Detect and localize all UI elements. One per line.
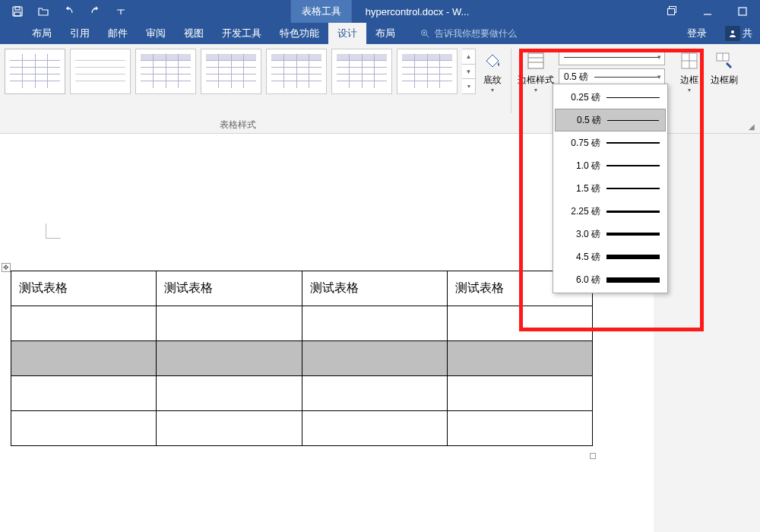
- table-cell[interactable]: 测试表格: [11, 271, 157, 306]
- table-cell[interactable]: [447, 306, 592, 341]
- tab-layout-1[interactable]: 布局: [23, 23, 61, 44]
- undo-button[interactable]: [56, 0, 82, 23]
- pen-style-dropdown[interactable]: [559, 49, 665, 65]
- table-styles-group: ▲▼▾ 表格样式: [0, 44, 476, 133]
- tab-review[interactable]: 审阅: [137, 23, 175, 44]
- tab-references[interactable]: 引用: [61, 23, 99, 44]
- chevron-down-icon: ▾: [491, 87, 494, 93]
- tab-mailings[interactable]: 邮件: [99, 23, 137, 44]
- border-painter-button[interactable]: 边框刷: [706, 44, 743, 114]
- table-cell[interactable]: [11, 376, 157, 411]
- borders-button[interactable]: 边框 ▾: [673, 44, 706, 114]
- dialog-launcher[interactable]: ◢: [746, 121, 757, 131]
- table-cell[interactable]: [447, 411, 592, 446]
- table-cell[interactable]: [11, 341, 157, 376]
- pen-weight-option[interactable]: 3.0 磅: [555, 223, 666, 245]
- table-cell[interactable]: [157, 341, 302, 376]
- table-style-thumb[interactable]: [397, 49, 458, 94]
- document-title: hypercontrol.docx - W...: [352, 6, 470, 17]
- qat-customize-button[interactable]: [108, 0, 134, 23]
- document-table[interactable]: 测试表格测试表格测试表格测试表格: [11, 271, 593, 446]
- redo-button[interactable]: [82, 0, 108, 23]
- borders-icon: [677, 49, 701, 73]
- tab-layout-2[interactable]: 布局: [366, 23, 404, 44]
- margin-corner: [46, 223, 61, 239]
- table-cell[interactable]: [157, 411, 302, 446]
- share-button[interactable]: 共: [714, 23, 760, 44]
- table-resize-handle[interactable]: [590, 453, 596, 459]
- table-row[interactable]: [11, 411, 593, 446]
- pen-weight-option-label: 0.75 磅: [561, 137, 600, 150]
- table-style-thumb[interactable]: [331, 49, 392, 94]
- pen-weight-option-line: [606, 165, 660, 166]
- group-label-table-styles: 表格样式: [0, 116, 476, 133]
- svg-rect-2: [14, 12, 21, 16]
- pen-weight-option[interactable]: 1.5 磅: [555, 177, 666, 200]
- pen-weight-option[interactable]: 2.25 磅: [555, 200, 666, 223]
- table-cell[interactable]: [302, 376, 447, 411]
- pen-weight-option-line: [606, 211, 660, 213]
- table-style-thumb[interactable]: [135, 49, 196, 94]
- table-style-thumb[interactable]: [266, 49, 327, 94]
- svg-rect-9: [528, 53, 543, 68]
- table-cell[interactable]: [11, 306, 157, 341]
- pen-weight-option-line: [606, 233, 660, 236]
- tab-developer[interactable]: 开发工具: [213, 23, 271, 44]
- pen-weight-option-label: 3.0 磅: [561, 228, 600, 241]
- table-cell[interactable]: [447, 376, 592, 411]
- table-cell[interactable]: 测试表格: [157, 271, 302, 306]
- chevron-down-icon: ▾: [534, 87, 537, 93]
- table-cell[interactable]: [447, 341, 592, 376]
- table-row[interactable]: [11, 306, 593, 341]
- tab-special[interactable]: 特色功能: [271, 23, 328, 44]
- table-styles-more-button[interactable]: ▲▼▾: [462, 49, 476, 94]
- pen-weight-option[interactable]: 4.5 磅: [555, 245, 666, 268]
- table-style-thumb[interactable]: [5, 49, 65, 94]
- ribbon-display-options[interactable]: [655, 0, 690, 23]
- tell-me-search[interactable]: 告诉我你想要做什么: [420, 27, 517, 40]
- shading-button[interactable]: 底纹 ▾: [476, 44, 509, 114]
- pen-weight-current: 0.5 磅: [564, 71, 588, 84]
- open-button[interactable]: [30, 0, 56, 23]
- table-cell[interactable]: [302, 306, 447, 341]
- svg-point-8: [731, 30, 734, 33]
- scroll-gutter: [654, 134, 760, 532]
- ribbon-tabs: 布局 引用 邮件 审阅 视图 开发工具 特色功能 设计 布局 告诉我你想要做什么…: [0, 23, 760, 44]
- table-style-thumb[interactable]: [70, 49, 131, 94]
- pen-weight-option-label: 0.25 磅: [561, 91, 600, 104]
- tell-me-placeholder: 告诉我你想要做什么: [435, 27, 517, 40]
- border-style-button[interactable]: 边框样式 ▾: [513, 44, 559, 114]
- quick-access-toolbar: [0, 0, 134, 23]
- tab-design[interactable]: 设计: [328, 23, 366, 44]
- minimize-button[interactable]: [690, 0, 725, 23]
- table-style-thumb[interactable]: [201, 49, 261, 94]
- table-cell[interactable]: [302, 411, 447, 446]
- table-cell[interactable]: [302, 341, 447, 376]
- border-style-icon: [524, 49, 548, 73]
- pen-weight-option[interactable]: 0.75 磅: [555, 131, 666, 154]
- pen-weight-option-line: [606, 188, 660, 189]
- tab-view[interactable]: 视图: [175, 23, 213, 44]
- maximize-button[interactable]: [725, 0, 760, 23]
- pen-weight-option-label: 0.5 磅: [562, 114, 601, 127]
- pen-weight-option-label: 1.0 磅: [561, 160, 600, 173]
- save-button[interactable]: [5, 0, 30, 23]
- pen-weight-option[interactable]: 0.25 磅: [555, 86, 666, 109]
- pen-weight-option[interactable]: 0.5 磅: [555, 109, 666, 131]
- login-link[interactable]: 登录: [679, 23, 714, 44]
- table-styles-gallery[interactable]: [0, 44, 462, 94]
- pen-weight-option[interactable]: 1.0 磅: [555, 154, 666, 177]
- table-cell[interactable]: [157, 376, 302, 411]
- title-bar: 表格工具 hypercontrol.docx - W...: [0, 0, 760, 23]
- pen-weight-option-line: [606, 142, 660, 143]
- table-cell[interactable]: [11, 411, 157, 446]
- table-move-handle[interactable]: ✥: [2, 263, 11, 272]
- table-row[interactable]: [11, 376, 593, 411]
- pen-weight-dropdown[interactable]: 0.5 磅: [559, 68, 665, 85]
- svg-rect-4: [739, 8, 746, 15]
- table-cell[interactable]: [157, 306, 302, 341]
- table-cell[interactable]: 测试表格: [302, 271, 447, 306]
- table-row[interactable]: 测试表格测试表格测试表格测试表格: [11, 271, 593, 306]
- pen-weight-option[interactable]: 6.0 磅: [555, 268, 666, 291]
- table-row[interactable]: [11, 341, 593, 376]
